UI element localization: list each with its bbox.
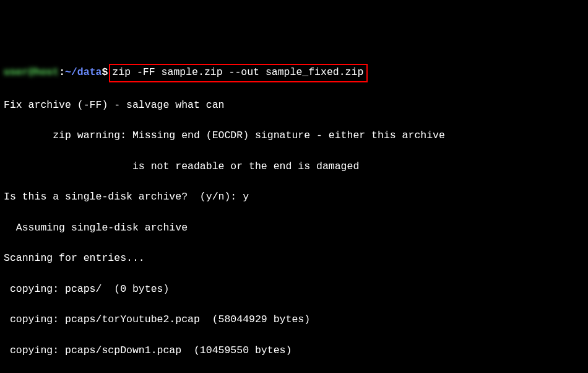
prompt-path: ~/data	[65, 66, 102, 78]
output-line: copying: pcaps/torYoutube2.pcap (5804492…	[4, 312, 584, 328]
prompt-separator: :	[59, 66, 65, 78]
output-line: copying: pcaps/scpDown1.pcap (10459550 b…	[4, 343, 584, 359]
prompt-dollar: $	[102, 66, 108, 78]
prompt-user: user@host	[4, 66, 59, 78]
output-line: is not readable or the end is damaged	[4, 159, 584, 175]
output-line: zip warning: Missing end (EOCDR) signatu…	[4, 128, 584, 144]
output-line: copying: pcaps/ (0 bytes)	[4, 282, 584, 297]
output-line: Fix archive (-FF) - salvage what can	[4, 98, 584, 113]
output-line: Scanning for entries...	[4, 251, 584, 266]
prompt-line[interactable]: user@host:~/data$zip -FF sample.zip --ou…	[4, 64, 584, 82]
command-highlight: zip -FF sample.zip --out sample_fixed.zi…	[109, 64, 368, 82]
output-line: Assuming single-disk archive	[4, 221, 584, 236]
output-line: Is this a single-disk archive? (y/n): y	[4, 190, 584, 205]
